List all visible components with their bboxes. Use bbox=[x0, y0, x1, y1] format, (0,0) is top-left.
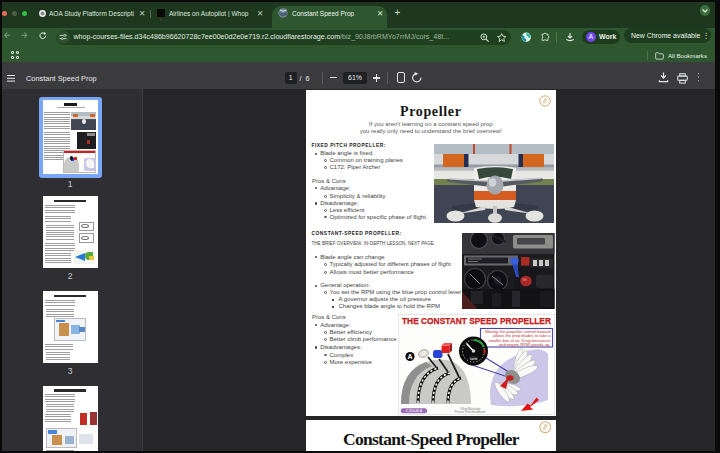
svg-text:1970: 1970 bbox=[469, 358, 476, 361]
svg-text:Private Pilot Handbook: Private Pilot Handbook bbox=[454, 411, 485, 415]
svg-text:A: A bbox=[407, 354, 412, 361]
svg-text:2-45&46 A: 2-45&46 A bbox=[405, 410, 422, 414]
svg-text:THE CONSTANT SPEED PROPELLER: THE CONSTANT SPEED PROPELLER bbox=[402, 315, 551, 326]
svg-text:and engine RPM speeds up.: and engine RPM speeds up. bbox=[498, 342, 550, 347]
